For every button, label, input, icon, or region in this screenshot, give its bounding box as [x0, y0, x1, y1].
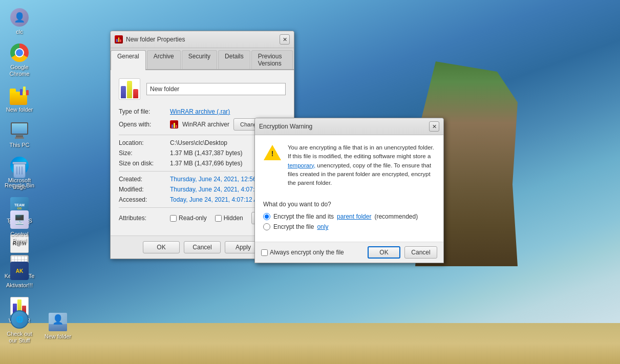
this-pc-label: This PC: [9, 142, 29, 148]
this-pc-icon: [10, 122, 29, 139]
encryption-footer: Always encrypt only the file OK Cancel: [255, 242, 443, 263]
radio-2-text-before: Encrypt the file: [273, 223, 314, 230]
readonly-checkbox-label[interactable]: Read-only: [170, 215, 207, 222]
modified-label: Modified:: [119, 186, 170, 193]
checkout-icon: 🌐: [10, 310, 29, 329]
warning-text-before: You are encrypting a file that is in an …: [288, 144, 434, 159]
properties-dialog-title: New folder Properties: [126, 36, 185, 43]
recycle-bin-label: Recycle Bin: [5, 182, 34, 189]
radio-2[interactable]: [263, 223, 270, 230]
encryption-warning-dialog: Encryption Warning ✕ ! You are encryptin…: [254, 118, 444, 263]
desktop-icon-recycle-bin[interactable]: Recycle Bin: [2, 158, 37, 192]
control-panel-label: Control Panel: [4, 231, 35, 244]
desktop-icon-new-folder[interactable]: New folder: [2, 82, 37, 116]
desktop-icon-chrome[interactable]: Google Chrome: [2, 39, 37, 80]
encryption-title: Encryption Warning: [259, 123, 312, 130]
desktop-icon-control-panel[interactable]: 🖥️ Control Panel: [2, 206, 37, 247]
new-folder-label: New folder: [6, 106, 33, 113]
properties-tabs: General Archive Security Details Previou…: [111, 48, 294, 70]
tab-general[interactable]: General: [111, 50, 146, 70]
properties-dialog-icon: [115, 35, 123, 44]
winrar-small-icon: [170, 120, 178, 129]
new-folder-2-label: New folder: [45, 333, 72, 340]
opens-with-label: Opens with:: [119, 121, 170, 128]
encryption-close-button[interactable]: ✕: [429, 121, 439, 132]
parent-folder-link: parent folder: [337, 213, 371, 220]
desktop-icon-this-pc[interactable]: This PC: [2, 117, 37, 152]
location-label: Location:: [119, 139, 170, 146]
accessed-label: Accessed:: [119, 196, 170, 203]
type-of-file-row: Type of file: WinRAR archive (.rar): [119, 108, 286, 115]
size-on-disk-label: Size on disk:: [119, 160, 170, 167]
created-label: Created:: [119, 176, 170, 183]
hidden-checkbox-label[interactable]: Hidden: [215, 215, 243, 222]
ok-button[interactable]: OK: [143, 241, 180, 253]
desktop-icon-column-bottom: 🌐 Check out our Stuff: [0, 302, 38, 352]
type-of-file-value[interactable]: WinRAR archive (.rar): [170, 108, 230, 115]
type-of-file-label: Type of file:: [119, 108, 170, 115]
encryption-titlebar[interactable]: Encryption Warning ✕: [255, 118, 443, 135]
tab-details[interactable]: Details: [218, 50, 250, 69]
size-label: Size:: [119, 149, 170, 157]
readonly-label: Read-only: [179, 215, 207, 222]
clc-icon: 👤: [10, 8, 29, 27]
file-header: [119, 78, 286, 100]
file-name-input[interactable]: [146, 83, 286, 95]
properties-close-button[interactable]: ✕: [280, 34, 290, 45]
size-value: 1.37 MB (1,437,387 bytes): [170, 149, 242, 157]
what-todo-text: What do you want to do?: [263, 201, 435, 208]
desktop-icon-aktivator[interactable]: AK Aktivator!!!: [2, 258, 37, 292]
desktop-icon-checkout[interactable]: 🌐 Check out our Stuff: [2, 306, 37, 347]
warning-row: ! You are encrypting a file that is in a…: [263, 143, 435, 187]
encryption-content: ! You are encrypting a file that is in a…: [255, 135, 443, 242]
radio-1-text-after: (recommended): [374, 213, 418, 220]
only-link: only: [317, 223, 328, 230]
opens-with-value: WinRAR archiver: [182, 121, 229, 128]
hidden-label: Hidden: [224, 215, 243, 222]
encryption-ok-button[interactable]: OK: [368, 246, 400, 259]
radio-1-text-before: Encrypt the file and its: [273, 213, 334, 220]
tab-archive[interactable]: Archive: [147, 50, 181, 69]
encryption-cancel-button[interactable]: Cancel: [404, 246, 437, 259]
always-encrypt-text: Always encrypt only the file: [270, 249, 344, 256]
warning-link-text: temporary,: [288, 162, 315, 168]
desktop-icon-column-bottom2: New folder: [38, 305, 77, 348]
desktop-icon-new-folder-2[interactable]: New folder: [40, 309, 75, 343]
clc-label: clc: [16, 29, 23, 35]
chrome-icon: [10, 44, 29, 62]
location-value: C:\Users\clc\Desktop: [170, 139, 227, 146]
recycle-bin-icon: [10, 162, 29, 180]
attributes-label: Attributes:: [119, 215, 170, 222]
warning-text: You are encrypting a file that is in an …: [288, 143, 435, 187]
sand-decoration: [0, 323, 620, 364]
always-encrypt-label[interactable]: Always encrypt only the file: [261, 249, 364, 256]
desktop-icon-clc[interactable]: 👤 clc: [2, 4, 37, 38]
properties-titlebar[interactable]: New folder Properties ✕: [111, 31, 294, 48]
readonly-checkbox[interactable]: [170, 215, 177, 222]
warning-triangle-icon: !: [263, 143, 282, 162]
tab-security[interactable]: Security: [182, 50, 217, 69]
radio-1[interactable]: [263, 213, 270, 220]
control-panel-icon: 🖥️: [10, 210, 29, 229]
radio-option-1: Encrypt the file and its parent folder (…: [263, 213, 435, 220]
chrome-label: Google Chrome: [4, 64, 35, 77]
cancel-button[interactable]: Cancel: [184, 241, 221, 253]
aktivator-icon: AK: [10, 262, 29, 280]
new-folder-icon: [10, 85, 29, 105]
file-icon-large: [119, 78, 140, 100]
hidden-checkbox[interactable]: [215, 215, 222, 222]
properties-title-left: New folder Properties: [115, 35, 185, 44]
accessed-value: Today, June 24, 2021, 4:07:12 AM: [170, 196, 263, 203]
radio-option-2: Encrypt the file only: [263, 223, 435, 230]
aktivator-label: Aktivator!!!: [6, 282, 33, 289]
always-encrypt-checkbox[interactable]: [261, 249, 268, 256]
tab-previous-versions[interactable]: Previous Versions: [251, 50, 293, 69]
checkout-label: Check out our Stuff: [4, 331, 35, 344]
new-folder-2-icon: [49, 313, 67, 331]
size-on-disk-value: 1.37 MB (1,437,696 bytes): [170, 160, 242, 167]
